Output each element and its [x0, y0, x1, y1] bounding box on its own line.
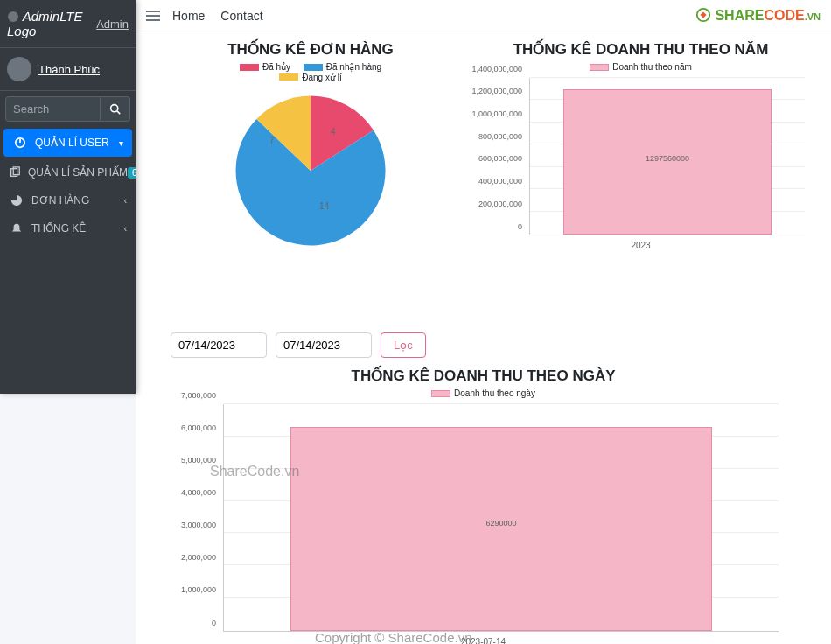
- topbar: Home Contact SHARECODE.VN: [136, 0, 831, 32]
- sidebar-item-label: QUẢN LÍ USER: [35, 136, 119, 149]
- topbar-right: SHARECODE.VN: [695, 7, 821, 24]
- bar-value-label: 1297560000: [564, 154, 772, 163]
- chart-title: THỐNG KÊ DOANH THU THEO NGÀY: [171, 367, 796, 385]
- pie-chart: 4 14 7: [227, 88, 394, 254]
- legend-item: Đang xử lí: [279, 73, 341, 82]
- bar-chart-day: 0 1,000,000 2,000,000 3,000,000 4,000,00…: [223, 404, 779, 632]
- bell-icon: [9, 222, 24, 234]
- filter-button[interactable]: Lọc: [381, 332, 426, 358]
- sidebar-item-label: QUẢN LÍ SẢN PHẨM: [28, 166, 128, 178]
- nav-home[interactable]: Home: [172, 9, 205, 23]
- bar: 1297560000: [563, 89, 772, 234]
- sidebar-item-orders[interactable]: ĐƠN HÀNG ‹: [0, 186, 136, 214]
- avatar: [7, 57, 31, 81]
- user-name-link[interactable]: Thành Phúc: [38, 63, 100, 76]
- svg-point-1: [111, 105, 118, 112]
- badge: 6: [128, 167, 136, 178]
- legend-item: Đã hủy: [240, 62, 290, 72]
- admin-link[interactable]: Admin: [96, 18, 129, 31]
- date-to-input[interactable]: [276, 332, 372, 358]
- chart-title: THỐNG KÊ ĐƠN HÀNG: [171, 40, 450, 59]
- filter-bar: Lọc: [171, 332, 796, 358]
- bar-chart-year: 0 200,000,000 400,000,000 600,000,000 80…: [529, 78, 805, 235]
- y-axis: 0 200,000,000 400,000,000 600,000,000 80…: [468, 78, 526, 235]
- chevron-left-icon: ‹: [124, 196, 127, 206]
- bar-legend: Doanh thu theo ngày: [171, 388, 796, 399]
- sidebar-item-label: ĐƠN HÀNG: [31, 194, 124, 206]
- bar: 6290000: [290, 427, 712, 631]
- copy-icon: [9, 166, 21, 178]
- x-axis-label: 2023: [468, 241, 814, 250]
- sidebar-item-stats[interactable]: THỐNG KÊ ‹: [0, 214, 136, 242]
- chevron-left-icon: ‹: [124, 224, 127, 234]
- pie-legend: Đã hủy Đã nhận hàng Đang xử lí: [171, 62, 450, 82]
- sidebar: AdminLTE Logo Admin Thành Phúc QUẢN LÍ U…: [0, 0, 136, 394]
- hamburger-icon[interactable]: [146, 10, 160, 22]
- date-from-input[interactable]: [171, 332, 267, 358]
- pie-chart-card: THỐNG KÊ ĐƠN HÀNG Đã hủy Đã nhận hàng Đa…: [171, 40, 450, 254]
- daily-section: Lọc THỐNG KÊ DOANH THU THEO NGÀY Doanh t…: [136, 315, 831, 644]
- nav-contact[interactable]: Contact: [220, 9, 262, 23]
- bar-year-card: THỐNG KÊ DOANH THU THEO NĂM Doanh thu th…: [468, 40, 814, 254]
- sharecode-logo: SHARECODE.VN: [695, 7, 821, 24]
- sidebar-nav: QUẢN LÍ USER ▾ QUẢN LÍ SẢN PHẨM 6 ‹ ĐƠN …: [0, 129, 136, 242]
- dashboard-icon: [12, 136, 28, 149]
- pie-value-label: 4: [331, 127, 336, 136]
- content-wrapper: Home Contact SHARECODE.VN THỐNG KÊ ĐƠN H…: [136, 0, 831, 644]
- legend-item: Đã nhận hàng: [304, 62, 381, 72]
- pie-icon: [9, 194, 24, 206]
- search-icon: [109, 103, 121, 115]
- pie-value-label: 14: [319, 201, 329, 211]
- svg-line-2: [117, 111, 120, 114]
- search-button[interactable]: [101, 96, 130, 122]
- user-panel: Thành Phúc: [0, 48, 136, 91]
- y-axis: 0 1,000,000 2,000,000 3,000,000 4,000,00…: [171, 404, 220, 632]
- sidebar-item-user[interactable]: QUẢN LÍ USER ▾: [3, 129, 132, 157]
- chart-title: THỐNG KÊ DOANH THU THEO NĂM: [468, 40, 814, 59]
- brand-bar: AdminLTE Logo Admin: [0, 0, 136, 48]
- x-axis-label: 2023-07-14: [171, 637, 796, 645]
- brand-logo: AdminLTE Logo: [7, 9, 96, 38]
- bar-value-label: 6290000: [291, 519, 711, 528]
- sidebar-item-product[interactable]: QUẢN LÍ SẢN PHẨM 6 ‹: [0, 158, 136, 186]
- sidebar-search: [0, 91, 136, 127]
- pie-value-label: 7: [269, 136, 275, 145]
- sidebar-item-label: THỐNG KÊ: [31, 222, 124, 234]
- svg-point-0: [8, 11, 18, 22]
- search-input[interactable]: [5, 96, 101, 122]
- chevron-down-icon: ▾: [119, 138, 123, 148]
